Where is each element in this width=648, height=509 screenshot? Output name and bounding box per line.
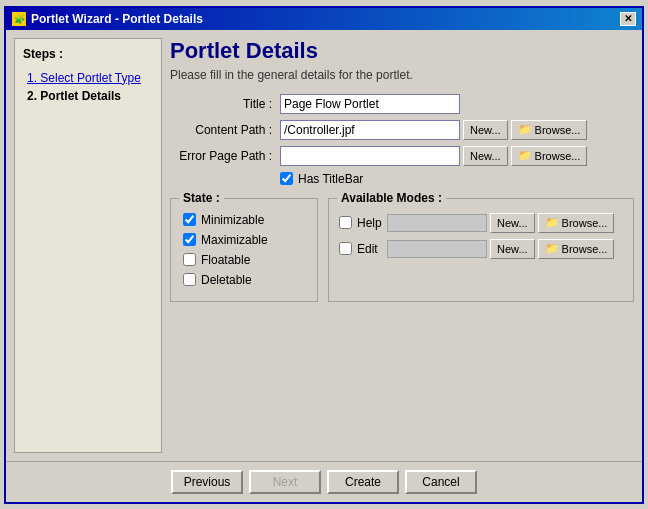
- title-label: Title :: [170, 97, 280, 111]
- window-icon: 🧩: [12, 12, 26, 26]
- wizard-window: 🧩 Portlet Wizard - Portlet Details ✕ Ste…: [4, 6, 644, 504]
- help-mode-row: Help New... 📁 Browse...: [339, 213, 623, 233]
- panels-row: State : Minimizable Maximizable Float: [170, 198, 634, 302]
- edit-input[interactable]: [387, 240, 487, 258]
- folder-icon4: 📁: [545, 242, 559, 255]
- floatable-label[interactable]: Floatable: [201, 253, 250, 267]
- titlebar-checkbox[interactable]: [280, 172, 293, 185]
- state-panel: State : Minimizable Maximizable Float: [170, 198, 318, 302]
- help-browse-button[interactable]: 📁 Browse...: [538, 213, 615, 233]
- error-browse-button[interactable]: 📁 Browse...: [511, 146, 588, 166]
- edit-new-button[interactable]: New...: [490, 239, 535, 259]
- error-new-button[interactable]: New...: [463, 146, 508, 166]
- window-body: Steps : 1. Select Portlet Type 2. Portle…: [6, 30, 642, 461]
- edit-browse-button[interactable]: 📁 Browse...: [538, 239, 615, 259]
- content-path-row: Content Path : New... 📁 Browse...: [170, 120, 634, 140]
- title-row: Title :: [170, 94, 634, 114]
- state-legend: State :: [179, 191, 224, 205]
- titlebar-label[interactable]: Has TitleBar: [298, 172, 363, 186]
- maximizable-label[interactable]: Maximizable: [201, 233, 268, 247]
- help-checkbox[interactable]: [339, 216, 352, 229]
- floatable-checkbox[interactable]: [183, 253, 196, 266]
- steps-panel: Steps : 1. Select Portlet Type 2. Portle…: [14, 38, 162, 453]
- minimizable-row: Minimizable: [183, 213, 305, 227]
- content-path-input[interactable]: [280, 120, 460, 140]
- titlebar-row: Has TitleBar: [280, 172, 634, 186]
- maximizable-checkbox[interactable]: [183, 233, 196, 246]
- main-content: Portlet Details Please fill in the gener…: [170, 38, 634, 453]
- modes-legend: Available Modes :: [337, 191, 446, 205]
- folder-icon: 📁: [518, 123, 532, 136]
- steps-title: Steps :: [23, 47, 153, 61]
- close-button[interactable]: ✕: [620, 12, 636, 26]
- create-button[interactable]: Create: [327, 470, 399, 494]
- cancel-button[interactable]: Cancel: [405, 470, 477, 494]
- title-input[interactable]: [280, 94, 460, 114]
- minimizable-checkbox[interactable]: [183, 213, 196, 226]
- next-button[interactable]: Next: [249, 470, 321, 494]
- deletable-label[interactable]: Deletable: [201, 273, 252, 287]
- deletable-checkbox[interactable]: [183, 273, 196, 286]
- minimizable-label[interactable]: Minimizable: [201, 213, 264, 227]
- title-bar-left: 🧩 Portlet Wizard - Portlet Details: [12, 12, 203, 26]
- error-page-row: Error Page Path : New... 📁 Browse...: [170, 146, 634, 166]
- deletable-row: Deletable: [183, 273, 305, 287]
- help-new-button[interactable]: New...: [490, 213, 535, 233]
- step-1[interactable]: 1. Select Portlet Type: [23, 69, 153, 87]
- floatable-row: Floatable: [183, 253, 305, 267]
- page-subtitle: Please fill in the general details for t…: [170, 68, 634, 82]
- maximizable-row: Maximizable: [183, 233, 305, 247]
- error-page-label: Error Page Path :: [170, 149, 280, 163]
- content-browse-button[interactable]: 📁 Browse...: [511, 120, 588, 140]
- footer: Previous Next Create Cancel: [6, 461, 642, 502]
- modes-panel: Available Modes : Help New... 📁 Browse..…: [328, 198, 634, 302]
- window-title: Portlet Wizard - Portlet Details: [31, 12, 203, 26]
- folder-icon2: 📁: [518, 149, 532, 162]
- help-input[interactable]: [387, 214, 487, 232]
- page-title: Portlet Details: [170, 38, 634, 64]
- title-bar: 🧩 Portlet Wizard - Portlet Details ✕: [6, 8, 642, 30]
- folder-icon3: 📁: [545, 216, 559, 229]
- content-new-button[interactable]: New...: [463, 120, 508, 140]
- step-2[interactable]: 2. Portlet Details: [23, 87, 153, 105]
- edit-label[interactable]: Edit: [357, 242, 387, 256]
- content-path-label: Content Path :: [170, 123, 280, 137]
- previous-button[interactable]: Previous: [171, 470, 243, 494]
- edit-mode-row: Edit New... 📁 Browse...: [339, 239, 623, 259]
- error-page-input[interactable]: [280, 146, 460, 166]
- edit-checkbox[interactable]: [339, 242, 352, 255]
- help-label[interactable]: Help: [357, 216, 387, 230]
